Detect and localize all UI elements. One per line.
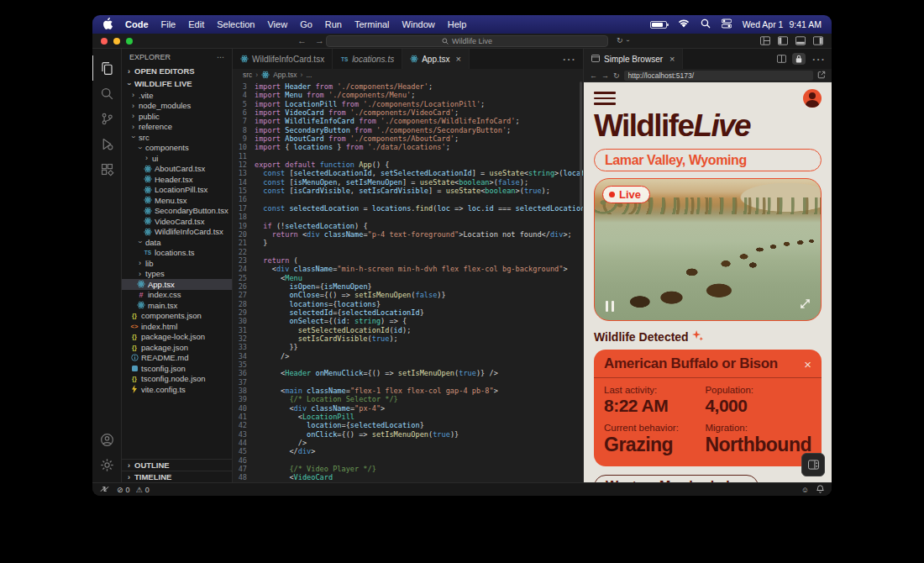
menubar-app-name[interactable]: Code — [125, 19, 149, 29]
tree-item-.vite[interactable]: ›.vite — [122, 90, 232, 101]
tree-item-Header.tsx[interactable]: Header.tsx — [122, 174, 232, 185]
tree-item-components.json[interactable]: {}components.json — [122, 311, 232, 322]
tab-App.tsx[interactable]: App.tsx× — [402, 49, 470, 69]
tree-item-AboutCard.tsx[interactable]: AboutCard.tsx — [122, 164, 232, 175]
tree-item-tsconfig.json[interactable]: tsconfig.json — [122, 363, 232, 374]
breadcrumb-item[interactable]: src — [243, 71, 252, 79]
url-input[interactable] — [624, 71, 813, 81]
floating-layout-button[interactable] — [801, 453, 825, 476]
tree-item-App.tsx[interactable]: App.tsx — [122, 279, 232, 290]
accounts-icon[interactable] — [92, 427, 122, 452]
remote-indicator-icon[interactable] — [100, 485, 109, 495]
open-editors-section[interactable]: ›OPEN EDITORS — [122, 65, 232, 77]
minimize-window-button[interactable] — [113, 38, 120, 45]
browser-more-actions-icon[interactable]: ⋯ — [811, 51, 825, 67]
location-pill[interactable]: Lamar Valley, Wyoming — [594, 149, 822, 171]
tree-item-locations.ts[interactable]: TSlocations.ts — [122, 248, 232, 259]
tree-item-Menu.tsx[interactable]: Menu.tsx — [122, 195, 232, 206]
avatar[interactable] — [803, 89, 822, 108]
settings-gear-icon[interactable] — [92, 452, 122, 477]
explorer-more-icon[interactable]: ⋯ — [217, 53, 224, 61]
expand-icon[interactable] — [800, 297, 811, 313]
explorer-icon[interactable] — [92, 55, 122, 81]
toggle-panel-icon[interactable] — [795, 36, 806, 45]
breadcrumb-item[interactable]: App.tsx — [273, 71, 297, 79]
tree-item-index.css[interactable]: #index.css — [122, 290, 232, 301]
toggle-primary-sidebar-icon[interactable] — [778, 36, 788, 45]
tree-item-VideoCard.tsx[interactable]: VideoCard.tsx — [122, 216, 232, 227]
tree-item-SecondaryButton.tsx[interactable]: SecondaryButton.tsx — [122, 206, 232, 217]
tree-item-vite.config.ts[interactable]: vite.config.ts — [122, 384, 232, 395]
tree-item-lib[interactable]: ›lib — [122, 258, 232, 269]
tab-locations.ts[interactable]: TSlocations.ts — [333, 49, 402, 69]
browser-forward-icon[interactable]: → — [601, 71, 609, 80]
tree-item-data[interactable]: ›data — [122, 237, 232, 248]
toggle-secondary-sidebar-icon[interactable] — [813, 36, 823, 45]
open-external-icon[interactable] — [817, 71, 826, 81]
close-tab-icon[interactable]: × — [456, 54, 461, 64]
menubar-clock[interactable]: Wed Apr 19:41 AM — [743, 19, 822, 29]
extensions-icon[interactable] — [92, 156, 122, 182]
menubar-item-edit[interactable]: Edit — [188, 19, 204, 29]
hamburger-menu-icon[interactable] — [594, 92, 616, 105]
breadcrumb-item[interactable]: ... — [306, 71, 312, 79]
tree-item-ui[interactable]: ›ui — [122, 153, 232, 164]
battery-icon[interactable] — [650, 21, 667, 29]
source-control-icon[interactable] — [92, 106, 122, 131]
split-editor-icon[interactable] — [777, 51, 786, 66]
problems-indicator[interactable]: ⊘0 ⚠0 — [117, 486, 150, 494]
tree-item-package.json[interactable]: {}package.json — [122, 342, 232, 353]
tree-item-src[interactable]: ›src — [122, 132, 232, 143]
timeline-section[interactable]: ›TIMELINE — [122, 471, 232, 482]
simple-browser-tab[interactable]: Simple Browser × — [584, 49, 683, 69]
pause-icon[interactable] — [606, 301, 614, 312]
customize-layout-icon[interactable] — [760, 36, 770, 45]
tab-WildlifeInfoCard.tsx[interactable]: WildlifeInfoCard.tsx — [233, 49, 333, 69]
tree-item-index.html[interactable]: <>index.html — [122, 321, 232, 332]
menubar-item-run[interactable]: Run — [325, 19, 342, 29]
tree-item-README.md[interactable]: README.md — [122, 353, 232, 364]
western-meadowlark-button[interactable]: Western Meadowlark + — [594, 475, 759, 482]
wifi-icon[interactable] — [678, 19, 690, 30]
code-editor[interactable]: 3import Header from './components/Header… — [233, 80, 583, 482]
maximize-window-button[interactable] — [126, 38, 133, 45]
menubar-item-window[interactable]: Window — [402, 19, 435, 29]
tree-item-main.tsx[interactable]: main.tsx — [122, 300, 232, 311]
browser-back-icon[interactable]: ← — [590, 71, 597, 80]
apple-logo-icon[interactable] — [102, 18, 113, 31]
editor-more-actions-icon[interactable]: ⋯ — [554, 49, 583, 69]
close-window-button[interactable] — [101, 38, 108, 45]
tree-item-reference[interactable]: ›reference — [122, 122, 232, 133]
history-back-button[interactable]: ← — [297, 35, 307, 45]
control-center-icon[interactable] — [722, 18, 732, 30]
tree-item-public[interactable]: ›public — [122, 111, 232, 122]
lock-icon[interactable] — [792, 53, 806, 65]
outline-section[interactable]: ›OUTLINE — [122, 459, 232, 471]
tree-item-LocationPill.tsx[interactable]: LocationPill.tsx — [122, 185, 232, 196]
card-close-icon[interactable]: × — [804, 357, 811, 371]
tree-item-tsconfig.node.json[interactable]: {}tsconfig.node.json — [122, 374, 232, 385]
spotlight-search-icon[interactable] — [701, 18, 711, 30]
feedback-smiley-icon[interactable]: ☺ — [801, 486, 809, 494]
menubar-item-selection[interactable]: Selection — [217, 19, 255, 29]
tree-item-package-lock.json[interactable]: {}package-lock.json — [122, 332, 232, 343]
tree-item-WildlifeInfoCard.tsx[interactable]: WildlifeInfoCard.tsx — [122, 227, 232, 238]
history-forward-button[interactable]: → — [315, 35, 324, 45]
close-tab-icon[interactable]: × — [669, 54, 675, 64]
tree-item-components[interactable]: ›components — [122, 143, 232, 154]
run-debug-icon[interactable] — [92, 131, 122, 156]
breadcrumb[interactable]: src›App.tsx›... — [233, 69, 583, 80]
menubar-item-help[interactable]: Help — [448, 19, 467, 29]
project-root-row[interactable]: ›WILDLIFE LIVE — [122, 77, 232, 90]
menubar-item-go[interactable]: Go — [300, 19, 312, 29]
sync-dropdown-icon[interactable]: ↻ › — [617, 36, 631, 45]
browser-reload-icon[interactable]: ↻ — [613, 71, 620, 80]
tree-item-node_modules[interactable]: ›node_modules — [122, 101, 232, 112]
tree-item-types[interactable]: ›types — [122, 269, 232, 280]
notifications-bell-icon[interactable] — [816, 485, 824, 495]
menubar-item-file[interactable]: File — [161, 19, 176, 29]
live-video-card[interactable]: Live — [594, 178, 822, 321]
menubar-item-terminal[interactable]: Terminal — [354, 19, 390, 29]
command-center-search[interactable]: Wildlife Live — [326, 35, 608, 47]
search-view-icon[interactable] — [92, 81, 122, 106]
